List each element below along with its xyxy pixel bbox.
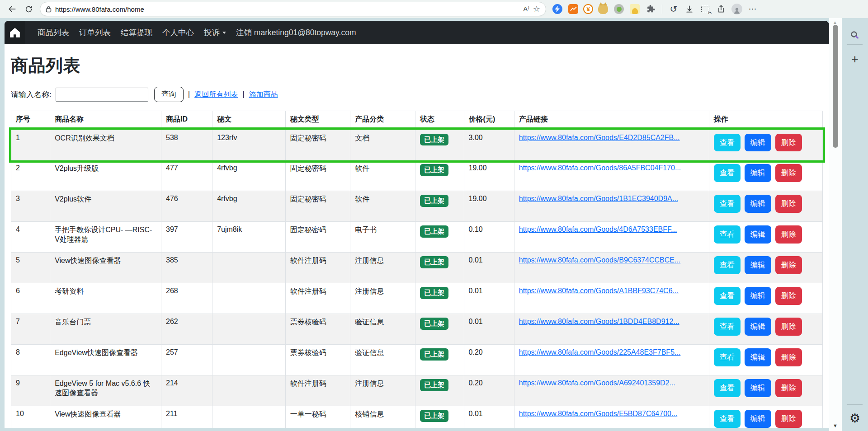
edit-button[interactable]: 编辑 xyxy=(745,379,771,397)
edit-button[interactable]: 编辑 xyxy=(745,195,771,213)
delete-button[interactable]: 删除 xyxy=(775,410,802,428)
table-row: 2 V2plus升级版 477 4rfvbg 固定秘密码 软件 已上架 19.0… xyxy=(11,160,823,191)
product-table: 序号商品名称商品ID秘文秘文类型产品分类状态价格(元)产品链接操作 1 OCR识… xyxy=(11,111,823,428)
delete-button[interactable]: 删除 xyxy=(775,379,802,397)
read-aloud-icon[interactable]: A⁾ xyxy=(523,5,529,13)
product-link[interactable]: https://www.80fafa.com/Goods/225A48E3F7B… xyxy=(519,348,704,356)
query-button[interactable]: 查询 xyxy=(154,87,184,102)
view-button[interactable]: 查看 xyxy=(714,410,741,428)
secret-type: 软件注册码 xyxy=(285,283,350,314)
edit-button[interactable]: 编辑 xyxy=(745,410,771,428)
edit-button[interactable]: 编辑 xyxy=(745,134,771,152)
home-icon[interactable] xyxy=(5,21,25,44)
yen-extension-icon[interactable]: ¥ xyxy=(583,4,593,14)
chart-extension-icon[interactable] xyxy=(567,3,579,15)
product-category: 注册信息 xyxy=(350,283,415,314)
scroll-up-icon[interactable]: ▲ xyxy=(833,20,837,25)
nav-item[interactable]: 投诉 xyxy=(199,27,231,38)
delete-button[interactable]: 删除 xyxy=(775,318,802,336)
status-badge: 已上架 xyxy=(420,348,448,361)
duck-extension-icon[interactable] xyxy=(629,3,641,15)
downloads-icon[interactable] xyxy=(684,3,695,15)
product-name: OCR识别效果文档 xyxy=(50,130,161,160)
price: 3.00 xyxy=(464,130,514,160)
search-input[interactable] xyxy=(56,88,148,102)
delete-button[interactable]: 删除 xyxy=(775,164,802,182)
view-button[interactable]: 查看 xyxy=(714,256,741,274)
view-button[interactable]: 查看 xyxy=(714,195,741,213)
view-button[interactable]: 查看 xyxy=(714,348,741,366)
delete-button[interactable]: 删除 xyxy=(775,225,802,244)
product-link[interactable]: https://www.80fafa.com/Goods/B9C6374CCBC… xyxy=(519,256,704,264)
price: 19.00 xyxy=(464,160,514,191)
product-link[interactable]: https://www.80fafa.com/Goods/4D6A7533EBF… xyxy=(519,225,704,234)
share-icon[interactable] xyxy=(715,3,727,15)
view-button[interactable]: 查看 xyxy=(714,134,741,152)
search-icon[interactable] xyxy=(846,26,864,44)
view-button[interactable]: 查看 xyxy=(714,225,741,244)
secret-type: 固定秘密码 xyxy=(285,130,350,160)
nav-item[interactable]: 结算提现 xyxy=(116,27,157,38)
delete-button[interactable]: 删除 xyxy=(775,256,802,274)
column-header: 状态 xyxy=(415,111,464,130)
nav-item[interactable]: 个人中心 xyxy=(157,27,199,38)
product-id: 262 xyxy=(161,314,212,345)
pet-extension-icon[interactable] xyxy=(597,3,609,15)
edit-button[interactable]: 编辑 xyxy=(745,348,771,366)
settings-gear-icon[interactable]: ⚙ xyxy=(846,409,864,427)
search-row: 请输入名称: 查询 | 返回所有列表 | 添加商品 xyxy=(11,86,823,103)
product-name: V2plus软件 xyxy=(50,191,161,222)
edit-button[interactable]: 编辑 xyxy=(745,225,771,244)
view-button[interactable]: 查看 xyxy=(714,287,741,305)
delete-button[interactable]: 删除 xyxy=(775,287,802,305)
product-link[interactable]: https://www.80fafa.com/Goods/1BDD4EB8D91… xyxy=(519,318,704,326)
status-badge: 已上架 xyxy=(420,195,448,207)
history-icon[interactable]: ↺ xyxy=(668,3,679,15)
more-icon[interactable]: ⋯ xyxy=(747,3,759,15)
row-index: 3 xyxy=(11,191,50,222)
product-link[interactable]: https://www.80fafa.com/Goods/A692401359D… xyxy=(519,379,704,387)
add-icon[interactable]: + xyxy=(846,50,864,68)
secret-type: 软件注册码 xyxy=(285,375,350,406)
product-link[interactable]: https://www.80fafa.com/Goods/1B1EC3940D9… xyxy=(519,195,704,203)
extensions-puzzle-icon[interactable] xyxy=(645,3,656,15)
url-text[interactable]: https://www.80fafa.com/home xyxy=(55,5,519,13)
lightning-extension-icon[interactable] xyxy=(552,3,563,15)
view-button[interactable]: 查看 xyxy=(714,318,741,336)
product-category: 验证信息 xyxy=(350,345,415,375)
delete-button[interactable]: 删除 xyxy=(775,348,802,366)
product-link[interactable]: https://www.80fafa.com/Goods/A1BBF93C74C… xyxy=(519,287,704,295)
scroll-down-icon[interactable]: ▼ xyxy=(833,423,838,428)
edit-button[interactable]: 编辑 xyxy=(745,164,771,182)
edit-button[interactable]: 编辑 xyxy=(745,287,771,305)
add-product-link[interactable]: 添加商品 xyxy=(249,90,278,99)
screenshot-icon[interactable]: ✂ xyxy=(699,3,711,15)
delete-button[interactable]: 删除 xyxy=(775,134,802,152)
scrollbar-thumb[interactable] xyxy=(833,25,838,148)
row-index: 6 xyxy=(11,283,50,314)
nav-item[interactable]: 订单列表 xyxy=(74,27,116,38)
scrollbar[interactable]: ▲ ▼ xyxy=(829,18,842,431)
edit-button[interactable]: 编辑 xyxy=(745,256,771,274)
table-row: 1 OCR识别效果文档 538 123rfv 固定秘密码 文档 已上架 3.00… xyxy=(11,130,823,160)
address-bar[interactable]: https://www.80fafa.com/home A⁾ ☆ xyxy=(40,2,546,16)
view-button[interactable]: 查看 xyxy=(714,164,741,182)
status-badge: 已上架 xyxy=(420,410,448,422)
back-to-all-link[interactable]: 返回所有列表 xyxy=(194,90,238,99)
nav-item-logout[interactable]: 注销 marketing01@80topway.com xyxy=(231,27,361,38)
table-row: 5 View快速图像查看器 385 软件注册码 注册信息 已上架 0.01 ht… xyxy=(11,253,823,283)
product-link[interactable]: https://www.80fafa.com/Goods/E5BD87C6470… xyxy=(519,410,704,418)
view-button[interactable]: 查看 xyxy=(714,379,741,397)
dot-extension-icon[interactable] xyxy=(613,3,625,15)
table-row: 3 V2plus软件 476 4rfvbg 固定秘密码 软件 已上架 19.00… xyxy=(11,191,823,222)
profile-avatar[interactable] xyxy=(731,3,743,15)
delete-button[interactable]: 删除 xyxy=(775,195,802,213)
back-icon[interactable] xyxy=(5,2,20,16)
refresh-icon[interactable] xyxy=(21,2,36,16)
favorite-icon[interactable]: ☆ xyxy=(533,4,540,14)
edit-button[interactable]: 编辑 xyxy=(745,318,771,336)
product-link[interactable]: https://www.80fafa.com/Goods/E4D2D85CA2F… xyxy=(519,134,704,142)
product-link[interactable]: https://www.80fafa.com/Goods/86A5FBC04F1… xyxy=(519,164,704,172)
nav-item[interactable]: 商品列表 xyxy=(33,27,74,38)
toolbar-divider xyxy=(662,5,662,14)
